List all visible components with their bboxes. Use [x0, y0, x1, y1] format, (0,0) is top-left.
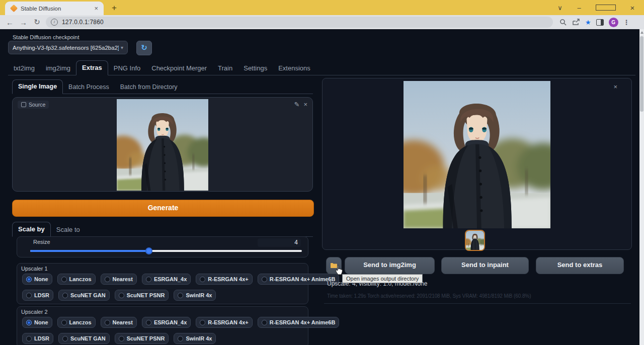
radio-icon	[61, 277, 67, 282]
radio-icon	[262, 320, 267, 325]
scale-tab-bar: Scale by Scale to	[12, 223, 313, 237]
scroll-up-icon[interactable]	[640, 31, 643, 34]
reload-button[interactable]: ↻	[30, 18, 44, 27]
tab-scale-to[interactable]: Scale to	[51, 223, 86, 237]
radio-icon	[61, 320, 67, 325]
new-tab-button[interactable]: +	[109, 3, 120, 14]
radio-icon	[178, 336, 183, 341]
upscaler2-option-swinir4x[interactable]: SwinIR 4x	[174, 333, 216, 344]
share-icon[interactable]	[572, 19, 580, 26]
send-to-extras-button[interactable]: Send to extras	[536, 257, 624, 274]
side-panel-icon[interactable]	[596, 19, 604, 26]
checkpoint-value: Anything-V3-fp32.safetensors [625a2ba2]	[13, 45, 119, 51]
tab-scale-by[interactable]: Scale by	[12, 222, 51, 237]
extras-left-panel: Single Image Batch Process Batch from Di…	[8, 75, 318, 345]
tab-batch-from-directory[interactable]: Batch from Directory	[115, 80, 183, 94]
site-info-icon[interactable]: i	[51, 19, 58, 26]
upscaler2-option-lanczos[interactable]: Lanczos	[57, 317, 96, 328]
refresh-checkpoint-button[interactable]: ↻	[136, 41, 152, 55]
mouse-cursor-hand	[334, 265, 344, 276]
tab-title: Stable Diffusion	[21, 6, 93, 12]
upscaler1-option-scunet-gan[interactable]: ScuNET GAN	[58, 290, 110, 301]
source-image-dropzone[interactable]: Source ✎ ×	[12, 97, 313, 192]
upscaler1-option-resrgan4x[interactable]: R-ESRGAN 4x+	[196, 274, 252, 285]
checkpoint-label: Stable Diffusion checkpoint	[13, 34, 79, 40]
tab-extensions[interactable]: Extensions	[273, 61, 316, 75]
tab-batch-process[interactable]: Batch Process	[63, 80, 115, 94]
close-gallery-icon[interactable]: ×	[613, 83, 617, 91]
radio-icon	[119, 293, 124, 298]
tab-txt2img[interactable]: txt2img	[8, 61, 40, 75]
tab-train[interactable]: Train	[212, 61, 238, 75]
close-window-button[interactable]: ×	[623, 4, 642, 12]
result-gallery: ×	[322, 78, 632, 250]
radio-icon	[26, 320, 32, 325]
resize-label: Resize	[33, 239, 50, 245]
source-chip: Source	[18, 101, 49, 109]
radio-icon	[178, 293, 183, 298]
upscaler1-option-lanczos[interactable]: Lanczos	[57, 274, 96, 285]
forward-button[interactable]: →	[17, 18, 30, 27]
resize-slider[interactable]	[30, 250, 302, 252]
upscaler2-option-scunet-gan[interactable]: ScuNET GAN	[58, 333, 110, 344]
checkpoint-dropdown[interactable]: Anything-V3-fp32.safetensors [625a2ba2] …	[8, 41, 128, 54]
result-thumbnail[interactable]	[465, 230, 485, 251]
resize-panel: Resize 4	[17, 236, 308, 257]
upscaler1-option-nearest[interactable]: Nearest	[101, 274, 137, 285]
upscaler2-option-resrgan-anime6b[interactable]: R-ESRGAN 4x+ Anime6B	[258, 317, 340, 328]
back-button[interactable]: ←	[3, 18, 17, 27]
upscaler1-option-swinir4x[interactable]: SwinIR 4x	[174, 290, 216, 301]
browser-menu-chevron-icon[interactable]: ∨	[550, 4, 570, 12]
scrollbar-thumb[interactable]	[640, 36, 643, 112]
upscaler2-option-scunet-psnr[interactable]: ScuNET PSNR	[115, 333, 169, 344]
edit-image-icon[interactable]: ✎	[294, 102, 300, 108]
address-bar[interactable]: i 127.0.0.1:7860	[46, 17, 553, 28]
tab-png-info[interactable]: PNG Info	[108, 61, 146, 75]
send-to-inpaint-button[interactable]: Send to inpaint	[441, 257, 529, 274]
radio-icon	[146, 277, 151, 282]
chevron-down-icon: ▾	[121, 45, 123, 50]
tab-settings[interactable]: Settings	[238, 61, 273, 75]
upscaler2-option-none[interactable]: None	[22, 317, 52, 328]
zoom-icon[interactable]	[559, 19, 567, 26]
browser-menu-icon[interactable]: ⋮	[623, 19, 630, 26]
browser-tab-strip: Stable Diffusion × + ∨ – ×	[0, 0, 644, 15]
upscaler2-option-nearest[interactable]: Nearest	[101, 317, 137, 328]
radio-icon	[146, 320, 151, 325]
browser-toolbar: ← → ↻ i 127.0.0.1:7860 ★ G ⋮	[0, 15, 644, 29]
favicon-icon	[10, 5, 18, 13]
tab-extras[interactable]: Extras	[76, 60, 108, 75]
generate-button[interactable]: Generate	[12, 200, 314, 217]
upscaler2-option-resrgan4x[interactable]: R-ESRGAN 4x+	[196, 317, 252, 328]
resize-value-input[interactable]: 4	[258, 238, 301, 247]
bookmark-star-icon[interactable]: ★	[585, 19, 591, 26]
upscaler1-option-ldsr[interactable]: LDSR	[22, 290, 53, 301]
send-to-img2img-button[interactable]: Send to img2img	[345, 257, 435, 274]
upscaler2-option-esrgan4x[interactable]: ESRGAN_4x	[142, 317, 191, 328]
radio-icon	[200, 277, 205, 282]
divider	[324, 303, 631, 304]
radio-icon	[26, 277, 32, 282]
page-scrollbar[interactable]	[639, 29, 644, 345]
tab-single-image[interactable]: Single Image	[12, 79, 63, 94]
upscaler1-option-esrgan4x[interactable]: ESRGAN_4x	[142, 274, 191, 285]
radio-icon	[200, 320, 205, 325]
profile-avatar[interactable]: G	[609, 18, 618, 27]
tab-checkpoint-merger[interactable]: Checkpoint Merger	[146, 61, 212, 75]
browser-tab[interactable]: Stable Diffusion ×	[5, 2, 104, 15]
upscaler1-option-none[interactable]: None	[22, 274, 52, 285]
upscaler-2-panel: Upscaler 2 None Lanczos Nearest ESRGAN_4…	[17, 306, 308, 345]
radio-icon	[105, 320, 110, 325]
tab-close-icon[interactable]: ×	[93, 5, 100, 12]
upscaler1-option-scunet-psnr[interactable]: ScuNET PSNR	[115, 290, 169, 301]
performance-info-text: Time taken: 1.29s Torch active/reserved:…	[327, 293, 531, 299]
result-image[interactable]	[404, 81, 550, 228]
main-tab-bar: txt2img img2img Extras PNG Info Checkpoi…	[8, 60, 635, 75]
webui-page: Stable Diffusion checkpoint Anything-V3-…	[0, 29, 644, 345]
minimize-button[interactable]: –	[570, 4, 589, 12]
tab-img2img[interactable]: img2img	[40, 61, 76, 75]
slider-handle[interactable]	[145, 247, 152, 254]
upscaler2-option-ldsr[interactable]: LDSR	[22, 333, 53, 344]
clear-image-icon[interactable]: ×	[303, 102, 307, 108]
maximize-button[interactable]	[596, 5, 616, 11]
